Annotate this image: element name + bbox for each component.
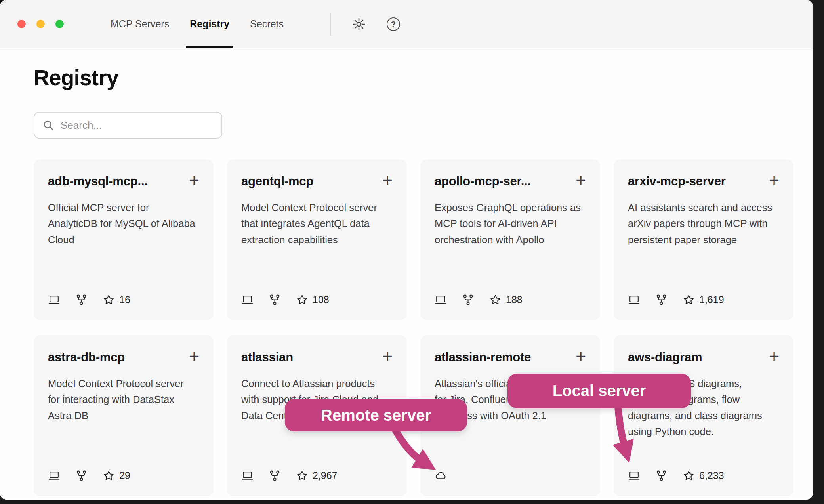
star-count: 16 <box>119 294 130 305</box>
server-description: Model Context Protocol server for intera… <box>48 376 195 424</box>
stars: 1,619 <box>683 294 724 306</box>
add-server-button[interactable]: + <box>576 349 586 363</box>
stars: 188 <box>489 294 523 306</box>
card-footer: 29 <box>48 470 199 482</box>
add-server-button[interactable]: + <box>769 349 779 363</box>
stars: 29 <box>103 470 130 482</box>
titlebar-tabs: MCP Servers Registry Secrets <box>100 0 294 48</box>
add-server-button[interactable]: + <box>576 174 586 187</box>
server-description: Exposes GraphQL operations as MCP tools … <box>435 200 582 248</box>
tab-mcp-servers[interactable]: MCP Servers <box>100 0 179 48</box>
card-footer: 108 <box>241 294 393 306</box>
server-card[interactable]: atlassian-remote + Atlassian's official … <box>420 335 600 496</box>
laptop-icon <box>241 470 254 482</box>
fork-icon <box>655 470 668 482</box>
fork-icon <box>655 294 668 306</box>
add-server-button[interactable]: + <box>382 174 393 187</box>
server-name: agentql-mcp <box>241 174 313 189</box>
close-window-button[interactable] <box>17 20 26 28</box>
add-server-button[interactable]: + <box>769 174 779 187</box>
star-icon <box>683 294 695 306</box>
card-grid: adb-mysql-mcp... + Official MCP server f… <box>34 159 793 496</box>
star-icon <box>489 294 502 306</box>
fork-icon <box>75 294 88 306</box>
settings-gear-icon[interactable] <box>352 17 366 31</box>
server-description: AI assistants search and access arXiv pa… <box>628 200 775 248</box>
stars: 16 <box>103 294 130 306</box>
add-server-button[interactable]: + <box>382 349 393 363</box>
card-footer: 16 <box>48 294 199 306</box>
tab-secrets[interactable]: Secrets <box>240 0 294 48</box>
server-card[interactable]: adb-mysql-mcp... + Official MCP server f… <box>34 159 214 320</box>
main-content: Registry adb-mysql-mcp... + Official MCP… <box>0 65 813 496</box>
server-card[interactable]: arxiv-mcp-server + AI assistants search … <box>614 159 793 320</box>
search-box[interactable] <box>34 112 222 139</box>
fork-icon <box>462 294 474 306</box>
page-title: Registry <box>34 65 793 90</box>
star-icon <box>103 470 115 482</box>
stars: 108 <box>296 294 329 306</box>
help-icon[interactable]: ? <box>387 17 400 31</box>
card-footer: 2,967 <box>241 470 393 482</box>
server-name: arxiv-mcp-server <box>628 174 726 189</box>
server-card[interactable]: astra-db-mcp + Model Context Protocol se… <box>34 335 214 496</box>
server-card[interactable]: apollo-mcp-ser... + Exposes GraphQL oper… <box>420 159 600 320</box>
laptop-icon <box>48 470 60 482</box>
stars: 2,967 <box>296 470 338 482</box>
star-icon <box>683 470 695 482</box>
search-icon <box>42 119 54 131</box>
laptop-icon <box>628 294 640 306</box>
star-icon <box>103 294 115 306</box>
star-icon <box>296 294 308 306</box>
fork-icon <box>75 470 88 482</box>
server-description: Atlassian's official MCP server for Jira… <box>435 376 582 424</box>
tab-registry[interactable]: Registry <box>179 0 240 48</box>
server-description: Official MCP server for AnalyticDB for M… <box>48 200 195 248</box>
star-count: 108 <box>313 294 329 305</box>
star-count: 2,967 <box>313 470 338 481</box>
server-description: Generate AWS diagrams, sequence diagrams… <box>628 376 775 439</box>
laptop-icon <box>48 294 60 306</box>
titlebar: MCP Servers Registry Secrets ? <box>0 0 813 48</box>
card-footer: 188 <box>435 294 586 306</box>
fork-icon <box>269 294 281 306</box>
server-name: atlassian-remote <box>435 350 531 365</box>
server-name: atlassian <box>241 350 293 365</box>
server-name: apollo-mcp-ser... <box>435 174 531 189</box>
server-description: Model Context Protocol server that integ… <box>241 200 389 248</box>
server-card[interactable]: aws-diagram + Generate AWS diagrams, seq… <box>614 335 793 496</box>
cloud-icon <box>435 470 447 482</box>
card-footer: 1,619 <box>628 294 779 306</box>
server-name: aws-diagram <box>628 350 702 365</box>
card-footer: 6,233 <box>628 470 779 482</box>
zoom-window-button[interactable] <box>55 20 64 28</box>
laptop-icon <box>628 470 640 482</box>
star-count: 1,619 <box>699 294 724 305</box>
titlebar-divider <box>330 13 331 36</box>
star-count: 29 <box>119 470 130 481</box>
card-footer <box>435 470 586 482</box>
minimize-window-button[interactable] <box>36 20 45 28</box>
app-window: MCP Servers Registry Secrets ? Registry <box>0 0 813 500</box>
server-description: Connect to Atlassian products with suppo… <box>241 376 389 424</box>
star-icon <box>296 470 308 482</box>
server-card[interactable]: atlassian + Connect to Atlassian product… <box>227 335 407 496</box>
server-name: adb-mysql-mcp... <box>48 174 148 189</box>
search-input[interactable] <box>61 119 214 132</box>
laptop-icon <box>241 294 254 306</box>
laptop-icon <box>435 294 447 306</box>
add-server-button[interactable]: + <box>189 174 199 187</box>
traffic-lights <box>17 20 64 28</box>
star-count: 6,233 <box>699 470 724 481</box>
add-server-button[interactable]: + <box>189 349 199 363</box>
server-name: astra-db-mcp <box>48 350 125 365</box>
server-card[interactable]: agentql-mcp + Model Context Protocol ser… <box>227 159 407 320</box>
fork-icon <box>269 470 281 482</box>
stars: 6,233 <box>683 470 724 482</box>
star-count: 188 <box>506 294 523 305</box>
